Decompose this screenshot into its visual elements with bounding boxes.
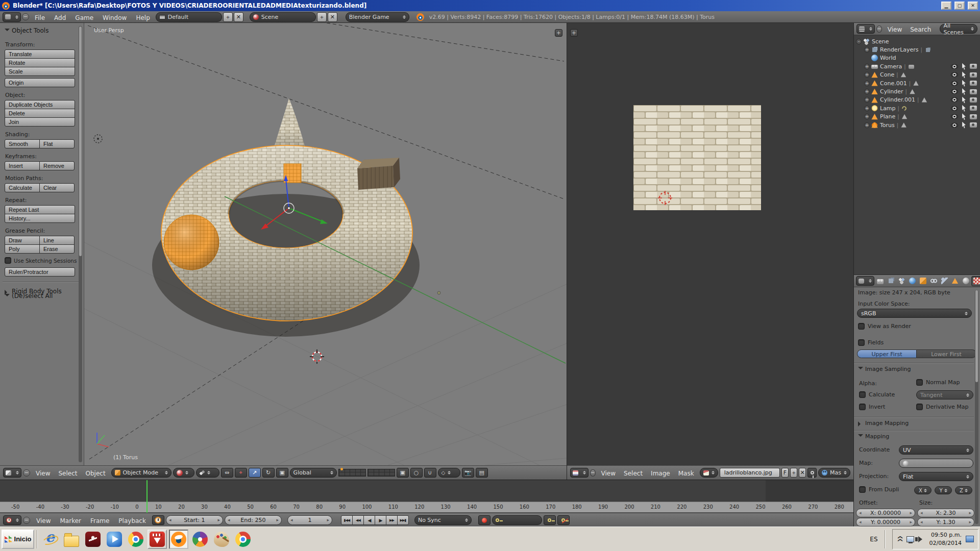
collapse-menus-icon[interactable]: −	[22, 13, 29, 20]
start-frame-field[interactable]: ◂Start: 1▸	[166, 515, 223, 525]
taskbar-app-icon[interactable]	[105, 530, 124, 549]
outliner-row[interactable]: + Cone.001	[856, 79, 978, 87]
expand-toggle-icon[interactable]: +	[864, 114, 870, 119]
lower-first-button[interactable]: Lower First	[917, 349, 976, 358]
repeat-last-button[interactable]: Repeat Last	[5, 205, 75, 214]
gp-poly-button[interactable]: Poly	[5, 244, 40, 254]
mapping-panel-header[interactable]: Mapping	[858, 433, 889, 440]
visibility-eye-icon[interactable]	[951, 106, 958, 111]
image-sampling-panel-header[interactable]: Image Sampling	[858, 366, 911, 372]
outliner-item-label[interactable]: Cone.001	[880, 80, 907, 87]
renderability-camera-icon[interactable]	[970, 122, 977, 128]
layers-grid-2[interactable]	[368, 469, 395, 477]
taskbar-app-icon[interactable]	[212, 530, 231, 549]
editor-type-button[interactable]	[3, 12, 21, 22]
expand-region-button[interactable]: +	[555, 29, 562, 37]
selectability-cursor-icon[interactable]	[962, 88, 966, 95]
normal-map-checkbox[interactable]	[916, 379, 923, 386]
keying-set-field[interactable]	[492, 515, 542, 525]
origin-button[interactable]: Origin	[5, 78, 75, 87]
playback-button[interactable]	[386, 515, 398, 525]
add-scene-button[interactable]: ＋	[317, 12, 327, 22]
scene-selector[interactable]: Scene	[250, 12, 316, 22]
smooth-button[interactable]: Smooth	[5, 139, 40, 148]
axis-z-button[interactable]: Z	[955, 486, 972, 494]
mask-mode-selector[interactable]: Mas	[818, 468, 850, 478]
add-layout-button[interactable]: ＋	[223, 12, 233, 22]
taskbar-app-icon[interactable]	[233, 530, 253, 549]
outliner-item-label[interactable]: Plane	[880, 113, 895, 120]
viewport-menu[interactable]: View	[32, 470, 54, 477]
expand-toggle-icon[interactable]: +	[864, 81, 870, 86]
axis-y-button[interactable]: Y	[935, 486, 952, 494]
calculate-paths-button[interactable]: Calculate	[5, 183, 40, 192]
proportional-editing-button[interactable]: ○	[410, 468, 423, 478]
visibility-eye-icon[interactable]	[951, 64, 958, 69]
remove-keyframe-button[interactable]: Remove	[39, 161, 75, 170]
snap-magnet-button[interactable]: ∪	[424, 468, 436, 478]
fake-user-button[interactable]: F	[781, 468, 789, 478]
timeline-menu[interactable]: Frame	[86, 517, 114, 524]
taskbar-app-icon[interactable]	[62, 530, 81, 549]
manipulate-centers-toggle[interactable]: ⇔	[221, 468, 233, 478]
view-as-render-checkbox[interactable]	[858, 323, 865, 330]
outliner-row[interactable]: + Camera	[856, 62, 978, 70]
properties-scrollbar[interactable]	[975, 290, 978, 524]
unlink-image-button[interactable]: ✕	[799, 468, 806, 478]
collapse-menus-icon[interactable]: −	[23, 517, 30, 524]
language-indicator[interactable]: ES	[870, 536, 877, 543]
outliner-row[interactable]: + Lamp	[856, 104, 978, 112]
properties-tab[interactable]	[875, 276, 885, 286]
upper-first-button[interactable]: Upper First	[857, 349, 917, 358]
pin-image-button[interactable]	[807, 468, 817, 478]
expand-toggle-icon[interactable]: +	[864, 89, 870, 94]
playback-button[interactable]	[397, 515, 409, 525]
outliner-item-label[interactable]: Camera	[880, 63, 902, 70]
uv-editor-menu[interactable]: Select	[620, 470, 647, 477]
size-y-field[interactable]: ◂Y: 1.30▸	[917, 518, 974, 527]
start-button[interactable]: Inicio	[2, 530, 34, 549]
outliner-menu[interactable]: View	[884, 26, 906, 33]
outliner-filter-selector[interactable]: All Scenes	[940, 24, 977, 34]
scale-button[interactable]: Scale	[5, 67, 75, 76]
playback-button[interactable]	[363, 515, 375, 525]
expand-toggle-icon[interactable]: +	[864, 72, 870, 78]
uv-image-editor[interactable]: + − ViewSelectImageMask ladrilloblanco.j…	[567, 23, 853, 480]
renderability-camera-icon[interactable]	[970, 114, 977, 119]
timeline-ruler[interactable]: -50-40-30-20-100102030405060708090100110…	[0, 502, 853, 513]
auto-keyframe-record-button[interactable]	[478, 515, 491, 525]
history-button[interactable]: History...	[5, 214, 75, 223]
selectability-cursor-icon[interactable]	[962, 105, 966, 112]
offset-x-field[interactable]: ◂X: 0.00000▸	[856, 509, 915, 517]
outliner-row[interactable]: + Cylinder	[856, 87, 978, 95]
selectability-cursor-icon[interactable]	[962, 63, 966, 70]
expand-toggle-icon[interactable]: +	[864, 64, 870, 69]
outliner-row[interactable]: + RenderLayers	[856, 45, 978, 54]
selectability-cursor-icon[interactable]	[962, 96, 966, 103]
end-frame-field[interactable]: ◂End: 250▸	[225, 515, 282, 525]
uv-editor-menu[interactable]: Image	[647, 470, 674, 477]
outliner-item-label[interactable]: Cone	[880, 71, 894, 78]
duplicate-objects-button[interactable]: Duplicate Objects	[5, 100, 75, 109]
collapse-menus-icon[interactable]: −	[876, 26, 882, 33]
editor-type-button[interactable]	[3, 468, 21, 478]
editor-type-button[interactable]	[856, 24, 875, 34]
timeline-menu[interactable]: View	[32, 517, 55, 524]
render-engine-selector[interactable]: Blender Game	[346, 12, 409, 22]
translate-button[interactable]: Translate	[5, 49, 75, 59]
properties-tab[interactable]	[971, 276, 980, 286]
opengl-render-button[interactable]: 📷	[462, 468, 474, 478]
coordinate-dropdown[interactable]: UV	[899, 445, 973, 455]
outliner-row[interactable]: + Cylinder.001	[856, 96, 978, 104]
menubar-menu[interactable]: File	[30, 14, 50, 21]
editor-type-button[interactable]	[3, 515, 21, 525]
taskbar-app-icon[interactable]	[190, 530, 210, 549]
viewport-shading-selector[interactable]	[173, 468, 194, 478]
menubar-menu[interactable]: Help	[131, 14, 154, 21]
lock-to-scene-icon[interactable]: ▣	[397, 468, 409, 478]
wooden-box-object[interactable]	[357, 158, 400, 190]
uv-map-field[interactable]	[899, 459, 973, 468]
screen-layout-selector[interactable]: Default	[156, 12, 222, 22]
renderability-camera-icon[interactable]	[970, 89, 977, 94]
selectability-cursor-icon[interactable]	[962, 122, 966, 129]
